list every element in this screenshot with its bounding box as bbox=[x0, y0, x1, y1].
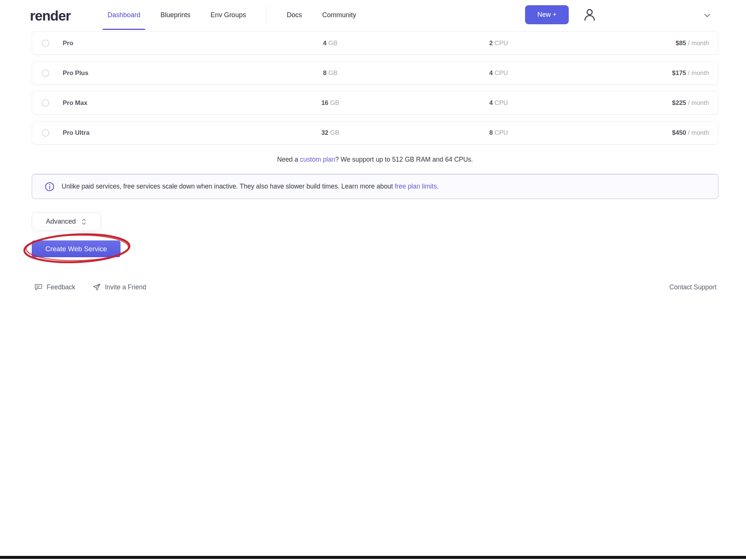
plan-cpu: 4 CPU bbox=[461, 99, 536, 107]
plan-price: $450 / month bbox=[672, 129, 709, 137]
feedback-label: Feedback bbox=[47, 283, 75, 291]
free-plan-info-banner: Unlike paid services, free services scal… bbox=[32, 174, 718, 199]
custom-plan-note: Need a custom plan? We support up to 512… bbox=[32, 156, 718, 164]
feedback-link[interactable]: Feedback bbox=[34, 281, 75, 293]
plan-cpu: 2 CPU bbox=[461, 40, 536, 47]
chevron-up-down-icon bbox=[81, 218, 87, 226]
plan-row-pro-plus[interactable]: Pro Plus 8 GB 4 CPU $175 / month bbox=[32, 61, 718, 85]
plan-name: Pro Ultra bbox=[63, 129, 90, 137]
nav-link-dashboard[interactable]: Dashboard bbox=[107, 0, 140, 30]
nav-links: Dashboard Blueprints Env Groups Docs Com… bbox=[107, 0, 356, 30]
info-icon bbox=[45, 182, 54, 192]
nav-divider bbox=[266, 6, 266, 24]
nav-link-blueprints[interactable]: Blueprints bbox=[160, 0, 190, 30]
invite-label: Invite a Friend bbox=[105, 283, 146, 291]
custom-plan-link[interactable]: custom plan bbox=[300, 156, 335, 163]
banner-text-suffix: . bbox=[437, 183, 438, 190]
paper-plane-icon bbox=[93, 283, 101, 291]
banner-text-main: Unlike paid services, free services scal… bbox=[62, 183, 395, 190]
bottom-edge-bar bbox=[0, 556, 746, 559]
plan-ram: 8 GB bbox=[293, 69, 368, 77]
contact-support-link[interactable]: Contact Support bbox=[669, 281, 717, 293]
nav-link-env-groups[interactable]: Env Groups bbox=[210, 0, 246, 30]
plan-cpu: 4 CPU bbox=[461, 69, 536, 77]
plan-radio[interactable] bbox=[42, 40, 49, 47]
plan-name: Pro Plus bbox=[63, 69, 88, 77]
plan-ram: 32 GB bbox=[293, 129, 368, 137]
plan-name: Pro bbox=[63, 40, 73, 47]
invite-friend-link[interactable]: Invite a Friend bbox=[93, 281, 146, 293]
advanced-label: Advanced bbox=[46, 218, 76, 225]
user-account-icon[interactable] bbox=[581, 7, 598, 23]
plan-radio[interactable] bbox=[42, 69, 49, 77]
banner-text: Unlike paid services, free services scal… bbox=[62, 183, 438, 190]
plan-price: $225 / month bbox=[672, 99, 709, 107]
plan-row-pro[interactable]: Pro 4 GB 2 CPU $85 / month bbox=[32, 31, 718, 55]
plan-radio[interactable] bbox=[42, 129, 49, 137]
plan-ram: 16 GB bbox=[293, 99, 368, 107]
new-button[interactable]: New + bbox=[525, 5, 569, 24]
top-nav: render Dashboard Blueprints Env Groups D… bbox=[0, 0, 746, 30]
plan-radio[interactable] bbox=[42, 99, 49, 107]
plan-price: $175 / month bbox=[672, 69, 709, 77]
plan-ram: 4 GB bbox=[293, 40, 368, 47]
page: render Dashboard Blueprints Env Groups D… bbox=[0, 0, 746, 560]
advanced-toggle[interactable]: Advanced bbox=[32, 212, 101, 231]
custom-plan-prefix: Need a bbox=[277, 156, 300, 163]
plan-name: Pro Max bbox=[63, 99, 87, 107]
create-web-service-button[interactable]: Create Web Service bbox=[32, 240, 121, 257]
chevron-down-icon[interactable] bbox=[702, 10, 713, 21]
nav-link-community[interactable]: Community bbox=[322, 0, 356, 30]
free-plan-limits-link[interactable]: free plan limits bbox=[395, 183, 437, 190]
nav-link-docs[interactable]: Docs bbox=[287, 0, 302, 30]
contact-support-label: Contact Support bbox=[669, 283, 717, 291]
feedback-icon bbox=[34, 283, 43, 291]
custom-plan-suffix: ? We support up to 512 GB RAM and 64 CPU… bbox=[335, 156, 473, 163]
render-logo[interactable]: render bbox=[30, 8, 71, 24]
plan-cpu: 8 CPU bbox=[461, 129, 536, 137]
plan-row-pro-ultra[interactable]: Pro Ultra 32 GB 8 CPU $450 / month bbox=[32, 121, 718, 144]
plan-row-pro-max[interactable]: Pro Max 16 GB 4 CPU $225 / month bbox=[32, 91, 718, 115]
plan-price: $85 / month bbox=[675, 40, 709, 47]
